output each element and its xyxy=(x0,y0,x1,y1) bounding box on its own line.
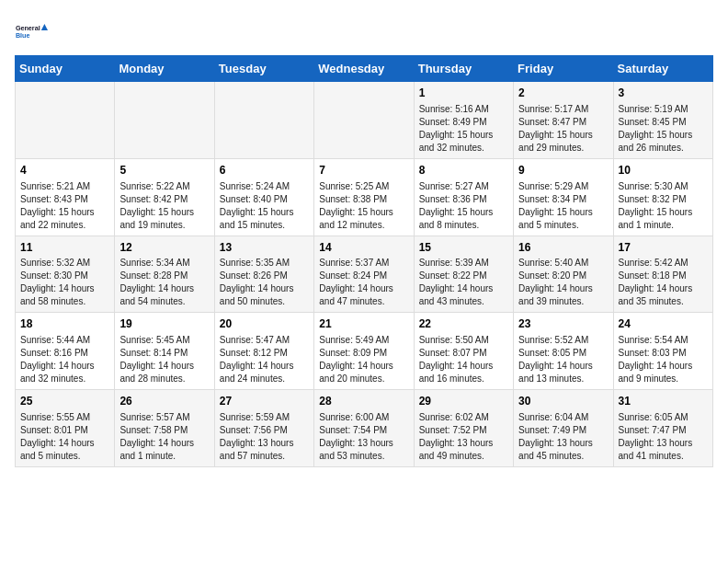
day-number: 7 xyxy=(319,163,408,178)
cell-info: Sunrise: 5:34 AM Sunset: 8:28 PM Dayligh… xyxy=(119,257,209,308)
header-thursday: Thursday xyxy=(414,56,513,82)
day-number: 24 xyxy=(619,316,708,332)
day-number: 2 xyxy=(518,86,608,101)
calendar-cell: 11Sunrise: 5:32 AM Sunset: 8:30 PM Dayli… xyxy=(16,236,115,313)
day-number: 4 xyxy=(20,163,109,178)
header-friday: Friday xyxy=(514,56,613,82)
svg-marker-2 xyxy=(41,24,48,30)
calendar-cell xyxy=(214,82,313,159)
day-number: 19 xyxy=(119,316,209,332)
calendar-cell: 30Sunrise: 6:04 AM Sunset: 7:49 PM Dayli… xyxy=(514,390,613,467)
day-number: 18 xyxy=(20,316,109,332)
day-number: 16 xyxy=(518,240,608,256)
day-number: 11 xyxy=(20,240,109,256)
day-number: 27 xyxy=(220,394,309,409)
cell-info: Sunrise: 6:00 AM Sunset: 7:54 PM Dayligh… xyxy=(319,411,408,463)
day-number: 10 xyxy=(619,163,708,178)
cell-info: Sunrise: 5:17 AM Sunset: 8:47 PM Dayligh… xyxy=(518,103,608,155)
cell-info: Sunrise: 5:40 AM Sunset: 8:20 PM Dayligh… xyxy=(518,257,608,308)
calendar-table: SundayMondayTuesdayWednesdayThursdayFrid… xyxy=(15,55,713,467)
calendar-cell: 8Sunrise: 5:27 AM Sunset: 8:36 PM Daylig… xyxy=(414,158,513,236)
logo: GeneralBlue xyxy=(15,15,48,48)
day-number: 20 xyxy=(220,316,309,332)
calendar-cell: 26Sunrise: 5:57 AM Sunset: 7:58 PM Dayli… xyxy=(115,390,214,467)
day-number: 30 xyxy=(518,394,608,409)
header-tuesday: Tuesday xyxy=(214,56,313,82)
page-header: GeneralBlue xyxy=(15,15,713,48)
calendar-cell: 5Sunrise: 5:22 AM Sunset: 8:42 PM Daylig… xyxy=(115,158,214,236)
calendar-cell: 28Sunrise: 6:00 AM Sunset: 7:54 PM Dayli… xyxy=(314,390,414,467)
cell-info: Sunrise: 5:32 AM Sunset: 8:30 PM Dayligh… xyxy=(20,257,109,308)
calendar-cell: 3Sunrise: 5:19 AM Sunset: 8:45 PM Daylig… xyxy=(613,82,712,159)
week-row-4: 18Sunrise: 5:44 AM Sunset: 8:16 PM Dayli… xyxy=(16,313,713,390)
cell-info: Sunrise: 5:42 AM Sunset: 8:18 PM Dayligh… xyxy=(619,257,708,308)
calendar-cell: 25Sunrise: 5:55 AM Sunset: 8:01 PM Dayli… xyxy=(16,390,115,467)
header-wednesday: Wednesday xyxy=(314,56,414,82)
calendar-cell xyxy=(314,82,414,159)
cell-info: Sunrise: 5:44 AM Sunset: 8:16 PM Dayligh… xyxy=(20,334,109,385)
cell-info: Sunrise: 5:54 AM Sunset: 8:03 PM Dayligh… xyxy=(619,334,708,385)
calendar-cell: 9Sunrise: 5:29 AM Sunset: 8:34 PM Daylig… xyxy=(514,158,613,236)
week-row-3: 11Sunrise: 5:32 AM Sunset: 8:30 PM Dayli… xyxy=(16,236,713,313)
calendar-cell: 31Sunrise: 6:05 AM Sunset: 7:47 PM Dayli… xyxy=(613,390,712,467)
week-row-2: 4Sunrise: 5:21 AM Sunset: 8:43 PM Daylig… xyxy=(16,158,713,236)
calendar-cell: 7Sunrise: 5:25 AM Sunset: 8:38 PM Daylig… xyxy=(314,158,414,236)
calendar-cell: 2Sunrise: 5:17 AM Sunset: 8:47 PM Daylig… xyxy=(514,82,613,159)
cell-info: Sunrise: 5:45 AM Sunset: 8:14 PM Dayligh… xyxy=(119,334,209,385)
day-number: 15 xyxy=(419,240,508,256)
cell-info: Sunrise: 5:22 AM Sunset: 8:42 PM Dayligh… xyxy=(119,180,209,232)
cell-info: Sunrise: 5:49 AM Sunset: 8:09 PM Dayligh… xyxy=(319,334,408,385)
cell-info: Sunrise: 5:25 AM Sunset: 8:38 PM Dayligh… xyxy=(319,180,408,232)
calendar-cell xyxy=(16,82,115,159)
cell-info: Sunrise: 6:04 AM Sunset: 7:49 PM Dayligh… xyxy=(518,411,608,463)
cell-info: Sunrise: 5:16 AM Sunset: 8:49 PM Dayligh… xyxy=(419,103,508,155)
calendar-cell: 20Sunrise: 5:47 AM Sunset: 8:12 PM Dayli… xyxy=(214,313,313,390)
calendar-cell: 27Sunrise: 5:59 AM Sunset: 7:56 PM Dayli… xyxy=(214,390,313,467)
day-number: 5 xyxy=(119,163,209,178)
day-number: 29 xyxy=(419,394,508,409)
cell-info: Sunrise: 5:35 AM Sunset: 8:26 PM Dayligh… xyxy=(220,257,309,308)
day-number: 12 xyxy=(119,240,209,256)
svg-text:Blue: Blue xyxy=(16,31,30,40)
cell-info: Sunrise: 5:52 AM Sunset: 8:05 PM Dayligh… xyxy=(518,334,608,385)
day-number: 1 xyxy=(419,86,508,101)
day-number: 14 xyxy=(319,240,408,256)
day-number: 8 xyxy=(419,163,508,178)
week-row-5: 25Sunrise: 5:55 AM Sunset: 8:01 PM Dayli… xyxy=(16,390,713,467)
logo-icon: GeneralBlue xyxy=(15,15,48,48)
header-monday: Monday xyxy=(115,56,214,82)
svg-text:General: General xyxy=(16,24,40,32)
calendar-cell: 12Sunrise: 5:34 AM Sunset: 8:28 PM Dayli… xyxy=(115,236,214,313)
cell-info: Sunrise: 6:05 AM Sunset: 7:47 PM Dayligh… xyxy=(619,411,708,463)
cell-info: Sunrise: 6:02 AM Sunset: 7:52 PM Dayligh… xyxy=(419,411,508,463)
day-number: 3 xyxy=(619,86,708,101)
calendar-header-row: SundayMondayTuesdayWednesdayThursdayFrid… xyxy=(16,56,713,82)
calendar-cell: 10Sunrise: 5:30 AM Sunset: 8:32 PM Dayli… xyxy=(613,158,712,236)
cell-info: Sunrise: 5:39 AM Sunset: 8:22 PM Dayligh… xyxy=(419,257,508,308)
cell-info: Sunrise: 5:30 AM Sunset: 8:32 PM Dayligh… xyxy=(619,180,708,232)
day-number: 9 xyxy=(518,163,608,178)
cell-info: Sunrise: 5:50 AM Sunset: 8:07 PM Dayligh… xyxy=(419,334,508,385)
day-number: 31 xyxy=(619,394,708,409)
calendar-cell: 15Sunrise: 5:39 AM Sunset: 8:22 PM Dayli… xyxy=(414,236,513,313)
day-number: 21 xyxy=(319,316,408,332)
calendar-cell: 13Sunrise: 5:35 AM Sunset: 8:26 PM Dayli… xyxy=(214,236,313,313)
cell-info: Sunrise: 5:27 AM Sunset: 8:36 PM Dayligh… xyxy=(419,180,508,232)
cell-info: Sunrise: 5:47 AM Sunset: 8:12 PM Dayligh… xyxy=(220,334,309,385)
week-row-1: 1Sunrise: 5:16 AM Sunset: 8:49 PM Daylig… xyxy=(16,82,713,159)
day-number: 13 xyxy=(220,240,309,256)
calendar-cell: 19Sunrise: 5:45 AM Sunset: 8:14 PM Dayli… xyxy=(115,313,214,390)
header-saturday: Saturday xyxy=(613,56,712,82)
calendar-cell: 29Sunrise: 6:02 AM Sunset: 7:52 PM Dayli… xyxy=(414,390,513,467)
calendar-cell: 24Sunrise: 5:54 AM Sunset: 8:03 PM Dayli… xyxy=(613,313,712,390)
day-number: 6 xyxy=(220,163,309,178)
calendar-cell: 16Sunrise: 5:40 AM Sunset: 8:20 PM Dayli… xyxy=(514,236,613,313)
cell-info: Sunrise: 5:57 AM Sunset: 7:58 PM Dayligh… xyxy=(119,411,209,463)
cell-info: Sunrise: 5:29 AM Sunset: 8:34 PM Dayligh… xyxy=(518,180,608,232)
calendar-cell: 14Sunrise: 5:37 AM Sunset: 8:24 PM Dayli… xyxy=(314,236,414,313)
cell-info: Sunrise: 5:37 AM Sunset: 8:24 PM Dayligh… xyxy=(319,257,408,308)
cell-info: Sunrise: 5:19 AM Sunset: 8:45 PM Dayligh… xyxy=(619,103,708,155)
calendar-cell: 6Sunrise: 5:24 AM Sunset: 8:40 PM Daylig… xyxy=(214,158,313,236)
day-number: 17 xyxy=(619,240,708,256)
header-sunday: Sunday xyxy=(16,56,115,82)
